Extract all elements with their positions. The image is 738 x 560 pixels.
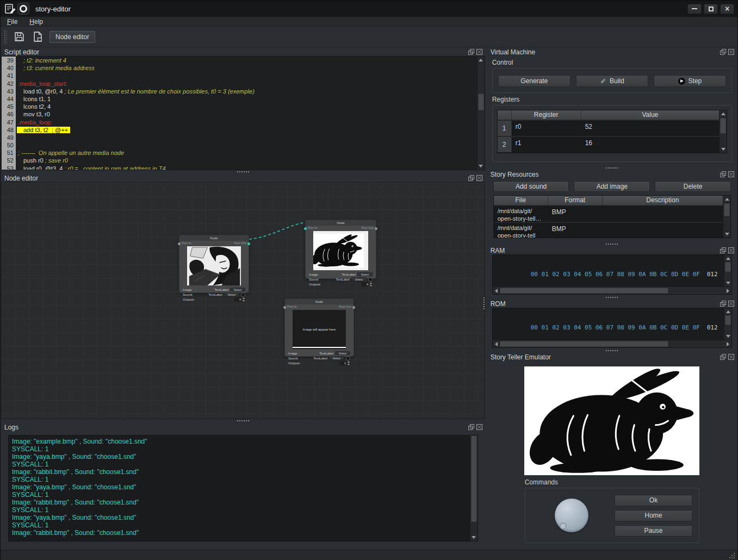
float-panel-icon[interactable] (720, 354, 726, 360)
port-out-socket[interactable] (352, 306, 355, 309)
node-canvas[interactable]: Node Port In Port Out ImageTextLabelSele… (1, 182, 485, 419)
log-view[interactable]: Image: "example.bmp" , Sound: "choose1.s… (8, 435, 478, 542)
float-panel-icon[interactable] (720, 301, 726, 307)
node-image-thumbnail (313, 231, 368, 270)
rom-vertical-scrollbar[interactable] (724, 308, 731, 340)
port-out-label: Port Out (362, 226, 374, 231)
script-editor-vertical-scrollbar[interactable] (477, 57, 485, 170)
resources-col-description[interactable]: Description (603, 196, 723, 205)
select-image-button[interactable]: Select (335, 351, 350, 355)
port-in-socket[interactable] (304, 227, 307, 230)
select-image-button[interactable]: Select (230, 288, 245, 291)
float-panel-icon[interactable] (720, 171, 726, 177)
float-panel-icon[interactable] (468, 424, 474, 430)
close-panel-icon[interactable] (476, 175, 482, 181)
hex-column-header: 00 01 02 03 04 05 06 07 08 09 0A 0B 0C 0… (531, 324, 703, 332)
select-sound-button[interactable]: Select (224, 293, 239, 296)
resources-col-format[interactable]: Format (548, 196, 603, 205)
maximize-button[interactable] (704, 4, 718, 14)
close-panel-icon[interactable] (728, 247, 734, 253)
menu-file[interactable]: File (7, 18, 17, 26)
step-button[interactable]: Step (654, 75, 726, 87)
rom-hex-view[interactable]: 00 01 02 03 04 05 06 07 08 09 0A 0B 0C 0… (492, 308, 732, 348)
registers-col-value[interactable]: Value (581, 110, 719, 120)
ram-panel: RAM 00 01 02 03 04 05 06 07 08 09 0A 0B … (487, 246, 737, 296)
resize-grip[interactable] (729, 552, 736, 559)
code-instruction: lcons t1, 1 (23, 96, 51, 102)
close-panel-icon[interactable] (476, 49, 482, 55)
resources-scrollbar[interactable] (723, 196, 730, 238)
log-line: SYSCALL: 1 (12, 476, 470, 483)
port-out-socket[interactable] (247, 242, 250, 245)
dial-knob[interactable] (555, 499, 588, 532)
ram-vertical-scrollbar[interactable] (724, 255, 731, 287)
port-in-label: Port In (182, 241, 191, 246)
float-panel-icon[interactable] (468, 175, 474, 181)
minimize-button[interactable] (687, 4, 702, 14)
window-title: story-editor (35, 5, 685, 13)
pause-button[interactable]: Pause (615, 525, 692, 537)
close-panel-icon[interactable] (476, 424, 482, 430)
build-button[interactable]: Build (576, 75, 648, 87)
code-label: .media_loop: (18, 119, 52, 126)
port-in-socket[interactable] (283, 306, 286, 309)
resources-table[interactable]: File Format Description /mnt/data/git/op… (494, 196, 723, 238)
menubar: File Help (1, 17, 737, 27)
outputs-spinbox[interactable]: 4 (234, 297, 245, 302)
float-panel-icon[interactable] (468, 49, 474, 55)
close-button[interactable]: × (720, 4, 734, 14)
close-panel-icon[interactable] (728, 49, 734, 55)
registers-scrollbar[interactable] (719, 110, 727, 153)
log-line: SYSCALL: 1 (12, 521, 470, 529)
code-editor[interactable]: 39; t2: increment 4 40; t3: current medi… (1, 56, 485, 170)
outputs-spinbox[interactable]: 4 (362, 282, 373, 287)
ram-horizontal-scrollbar[interactable] (493, 287, 731, 294)
node-editor-toolbar-button[interactable]: Node editor (49, 31, 95, 43)
play-sound-button[interactable] (346, 356, 350, 360)
outputs-spinbox[interactable]: 1 (339, 361, 350, 365)
port-in-socket[interactable] (178, 242, 181, 245)
port-out-label: Port Out (339, 305, 351, 309)
select-image-button[interactable]: Select (357, 272, 373, 276)
ok-button[interactable]: Ok (615, 495, 692, 506)
statusbar (1, 550, 737, 560)
media-node[interactable]: Node Port In Port Out Image will appear … (284, 298, 354, 357)
close-panel-icon[interactable] (728, 301, 734, 307)
menu-help[interactable]: Help (29, 18, 43, 26)
play-sound-button[interactable] (368, 277, 373, 282)
titlebar[interactable]: story-editor × (1, 1, 737, 17)
media-node[interactable]: Node Port In Port Out ImageTextLabelSele… (179, 235, 249, 293)
registers-col-register[interactable]: Register (512, 110, 581, 120)
registers-table[interactable]: Register Value 1 r0 52 2 r1 (498, 110, 719, 153)
resources-col-file[interactable]: File (494, 196, 548, 205)
home-button[interactable]: Home (615, 510, 692, 521)
select-sound-button[interactable]: Select (351, 277, 367, 281)
delete-button[interactable]: Delete (655, 181, 731, 192)
highlighted-code-line: add t3, t2 ; @++ (17, 127, 70, 133)
code-instruction: lcons t2, 4 (23, 103, 51, 110)
port-out-label: Port Out (234, 241, 246, 246)
splitter-handle[interactable] (487, 296, 737, 299)
play-sound-button[interactable] (241, 293, 245, 297)
rom-horizontal-scrollbar[interactable] (493, 340, 731, 347)
toolbar-drag-handle[interactable] (4, 30, 7, 44)
generate-button[interactable]: Generate (498, 75, 570, 87)
media-node[interactable]: Node Port In Port Out ImageTextLabelSele… (305, 220, 376, 279)
add-image-button[interactable]: Add image (574, 181, 650, 192)
ram-hex-view[interactable]: 00 01 02 03 04 05 06 07 08 09 0A 0B 0C 0… (492, 254, 732, 295)
resource-row[interactable]: /mnt/data/git/open-story-tell… BMP (494, 205, 723, 222)
new-file-icon[interactable] (31, 30, 44, 43)
save-icon[interactable] (13, 30, 26, 43)
port-out-socket[interactable] (375, 227, 377, 230)
close-panel-icon[interactable] (728, 171, 734, 177)
close-panel-icon[interactable] (728, 354, 734, 360)
float-panel-icon[interactable] (720, 247, 726, 253)
line-number: 45 (2, 103, 16, 110)
select-sound-button[interactable]: Select (329, 356, 344, 360)
resource-row[interactable]: /mnt/data/git/open-story-tell BMP (494, 222, 723, 238)
add-sound-button[interactable]: Add sound (493, 181, 569, 192)
register-row[interactable]: 1 r0 52 (498, 120, 719, 136)
float-panel-icon[interactable] (720, 49, 726, 55)
register-row[interactable]: 2 r1 16 (498, 136, 719, 152)
logs-vertical-scrollbar[interactable] (470, 435, 477, 541)
